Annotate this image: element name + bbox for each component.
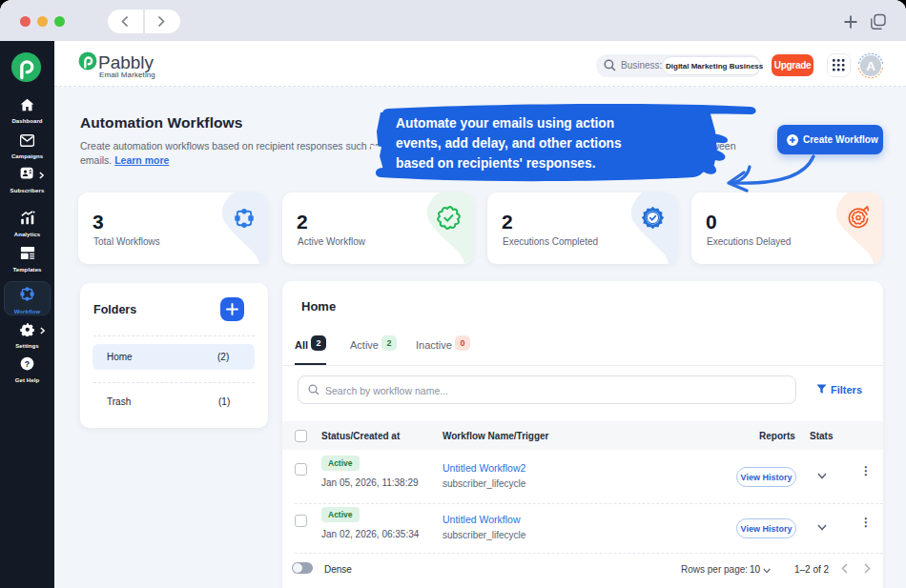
svg-text:events, add delay, and other a: events, add delay, and other actions <box>396 136 622 151</box>
svg-text:Automate your emails using act: Automate your emails using action <box>396 116 614 131</box>
svg-text:A: A <box>866 59 875 73</box>
svg-text:based on recipients' responses: based on recipients' responses. <box>396 156 596 171</box>
svg-text:?: ? <box>25 359 30 369</box>
